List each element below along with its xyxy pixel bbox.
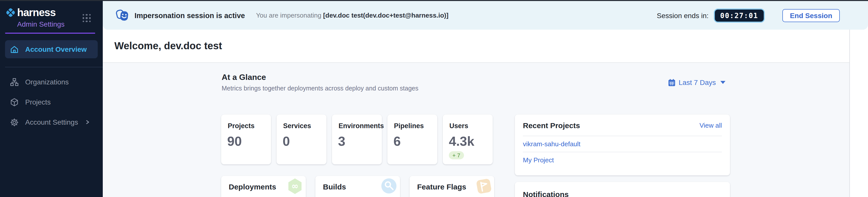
deployments-infinity-icon: ∞ (288, 179, 302, 194)
harness-logo-icon (5, 7, 16, 17)
stat-label: Projects (228, 122, 271, 130)
project-link[interactable]: vikram-sahu-default (523, 140, 580, 148)
module-title: Deployments (229, 183, 276, 191)
banner-subtitle: You are impersonating [dev.doc test(dev.… (256, 11, 448, 19)
app-root: harness Admin Settings Account Overview (0, 0, 868, 197)
stat-label: Pipelines (394, 122, 437, 130)
sidebar-item-label: Account Settings (25, 118, 78, 126)
users-increase-badge: + 7 (449, 151, 464, 159)
end-session-button[interactable]: End Session (782, 9, 840, 22)
impersonating-prefix: You are impersonating (256, 11, 323, 19)
recent-projects-title: Recent Projects (523, 121, 580, 129)
date-range-filter[interactable]: Last 7 Days (668, 78, 725, 86)
stat-value: 4.3k (449, 135, 493, 148)
right-gutter (850, 30, 868, 197)
module-card-builds[interactable]: Builds (315, 176, 400, 197)
purple-divider (5, 33, 95, 34)
sidebar-item-account-settings[interactable]: Account Settings (0, 112, 103, 132)
sidebar: harness Admin Settings Account Overview (0, 1, 103, 197)
stat-value: 6 (394, 135, 437, 148)
home-icon (10, 45, 19, 53)
theater-masks-icon (116, 9, 130, 22)
stat-card-pipelines: Pipelines 6 (388, 115, 437, 164)
sidebar-item-account-overview[interactable]: Account Overview (5, 40, 98, 58)
app-grid-icon[interactable] (83, 14, 91, 23)
chevron-right-icon (85, 120, 90, 125)
stat-card-users: Users 4.3k + 7 (443, 115, 493, 164)
stats-row: Projects 90 Services 0 Environments 3 (221, 115, 493, 164)
list-item[interactable]: vikram-sahu-default (523, 136, 722, 152)
org-chart-icon (10, 78, 19, 86)
module-title: Builds (323, 183, 346, 191)
calendar-icon (668, 79, 676, 86)
builds-magnifier-icon (381, 179, 397, 194)
sidebar-item-label: Account Overview (25, 45, 87, 53)
session-timer: 00:27:01 (714, 8, 765, 23)
welcome-heading: Welcome, dev.doc test (114, 40, 222, 52)
stat-value: 3 (338, 135, 382, 148)
module-card-deployments[interactable]: Deployments ∞ (221, 176, 306, 197)
page-header: Welcome, dev.doc test (103, 30, 849, 63)
stat-card-projects: Projects 90 (221, 115, 271, 164)
cube-icon (10, 98, 19, 106)
main-region: Impersonation session is active You are … (103, 1, 868, 197)
notifications-title: Notifications (523, 190, 569, 197)
notifications-panel: Notifications (515, 182, 730, 197)
sidebar-nav: Account Overview Organizations Pr (0, 40, 103, 132)
modules-row: Deployments ∞ Builds (221, 176, 494, 197)
banner-title: Impersonation session is active (134, 11, 245, 19)
module-title: Feature Flags (417, 183, 466, 191)
date-range-label: Last 7 Days (679, 78, 716, 86)
dashboard-content: At a Glance Metrics brings together depl… (103, 63, 849, 197)
caret-down-icon (720, 81, 725, 84)
sidebar-item-label: Organizations (25, 78, 69, 86)
view-all-link[interactable]: View all (700, 121, 722, 129)
logo-row: harness (0, 1, 103, 18)
stat-value: 0 (283, 135, 327, 148)
stat-label: Users (450, 122, 493, 130)
session-ends-label: Session ends in: (657, 11, 709, 19)
at-a-glance-subtitle: Metrics brings together deployments acro… (222, 85, 418, 92)
gear-icon (10, 118, 19, 126)
impersonation-banner: Impersonation session is active You are … (103, 1, 868, 30)
recent-projects-panel: Recent Projects View all vikram-sahu-def… (515, 115, 730, 175)
stat-card-services: Services 0 (277, 115, 327, 164)
stat-value: 90 (227, 135, 271, 148)
stat-label: Services (283, 122, 327, 130)
sidebar-divider (5, 67, 103, 67)
logo-text: harness (17, 6, 56, 18)
list-item[interactable]: My Project (523, 152, 722, 168)
feature-flag-icon (476, 179, 492, 194)
sidebar-item-label: Projects (25, 98, 51, 106)
main-column: Welcome, dev.doc test At a Glance Metric… (103, 30, 850, 197)
stat-label: Environments (339, 122, 382, 130)
impersonated-user: [dev.doc test(dev.doc+test@harness.io)] (323, 11, 448, 19)
stat-card-environments: Environments 3 (332, 115, 382, 164)
sidebar-item-organizations[interactable]: Organizations (0, 72, 103, 92)
project-link[interactable]: My Project (523, 156, 554, 164)
at-a-glance-title: At a Glance (222, 73, 266, 82)
module-card-feature-flags[interactable]: Feature Flags (409, 176, 494, 197)
sidebar-item-projects[interactable]: Projects (0, 92, 103, 112)
